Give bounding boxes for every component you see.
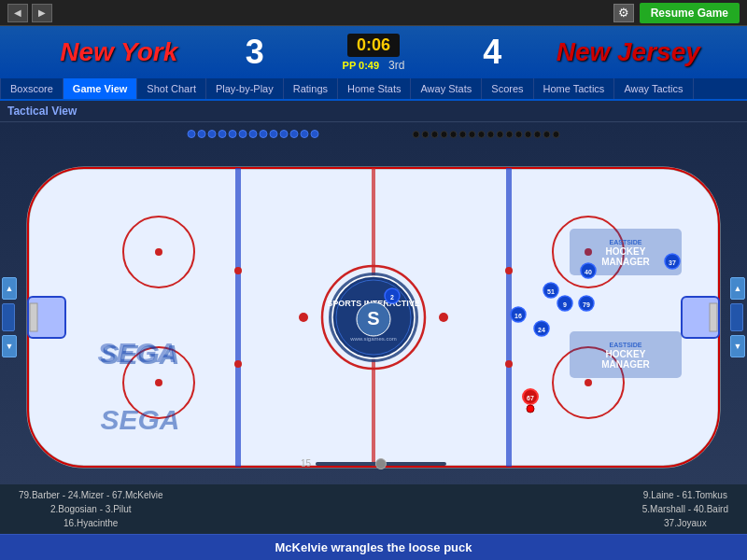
tab-home-tactics[interactable]: Home Tactics	[534, 78, 615, 99]
tab-scores[interactable]: Scores	[482, 78, 533, 99]
away-dot-8	[478, 131, 486, 138]
svg-text:79: 79	[583, 301, 590, 308]
away-dot-3	[431, 131, 439, 138]
status-bar: McKelvie wrangles the loose puck	[0, 534, 747, 560]
svg-point-24	[234, 267, 242, 274]
forward-button[interactable]: ▶	[32, 4, 52, 22]
svg-text:EASTSIDE: EASTSIDE	[609, 239, 641, 245]
away-player-list: 9.Laine - 61.Tomkus 5.Marshall - 40.Bair…	[642, 488, 728, 530]
away-dot-12	[515, 131, 523, 138]
svg-text:16: 16	[514, 313, 522, 319]
home-score: 3	[238, 33, 272, 72]
svg-text:40: 40	[585, 269, 592, 275]
away-dot-5	[450, 131, 458, 138]
nav-tabs: Boxscore Game View Shot Chart Play-by-Pl…	[0, 78, 747, 101]
back-button[interactable]: ◀	[7, 4, 28, 22]
tab-game-view[interactable]: Game View	[63, 78, 138, 99]
svg-rect-30	[30, 303, 37, 331]
tab-away-stats[interactable]: Away Stats	[411, 78, 482, 99]
home-dot-10	[280, 130, 289, 138]
home-dot-9	[270, 130, 278, 138]
period-label: 3rd	[388, 59, 404, 72]
svg-point-26	[505, 267, 513, 274]
home-line-3: 16.Hyacinthe	[19, 516, 163, 530]
away-dot-10	[497, 131, 504, 138]
away-dot-1	[413, 131, 420, 138]
away-dot-15	[543, 131, 551, 138]
tab-boxscore[interactable]: Boxscore	[0, 78, 63, 99]
slider-track[interactable]	[316, 462, 446, 466]
away-dots	[413, 131, 560, 138]
svg-text:www.sigames.com: www.sigames.com	[349, 336, 397, 342]
away-dot-13	[525, 131, 532, 138]
svg-point-22	[299, 313, 308, 322]
tactical-view-label: Tactical View	[0, 101, 747, 122]
slider-value: 15	[301, 458, 311, 469]
player-lists: 79.Barber - 24.Mizer - 67.McKelvie 2.Bog…	[0, 484, 747, 534]
tab-shot-chart[interactable]: Shot Chart	[137, 78, 206, 99]
rink-container: ▲ ▼ ▲ ▼	[0, 122, 747, 484]
tab-ratings[interactable]: Ratings	[284, 78, 338, 99]
svg-rect-31	[710, 303, 717, 331]
status-message: McKelvie wrangles the loose puck	[275, 540, 472, 554]
power-play-label: PP 0:49	[343, 60, 380, 71]
svg-text:51: 51	[547, 288, 555, 295]
left-up-button[interactable]: ▲	[2, 277, 17, 300]
away-dot-6	[459, 131, 467, 138]
away-line-1: 9.Laine - 61.Tomkus	[642, 488, 728, 502]
home-dot-8	[260, 130, 268, 138]
away-team-name: New Jersey	[509, 37, 747, 67]
away-dot-11	[506, 131, 514, 138]
left-down-button[interactable]: ▼	[2, 335, 17, 357]
game-clock: 0:06	[347, 34, 400, 57]
svg-text:67: 67	[527, 395, 534, 401]
home-dot-6	[239, 130, 247, 138]
home-dot-4	[218, 130, 227, 138]
rink: ▲ ▼ ▲ ▼	[19, 159, 728, 476]
svg-text:SEGA: SEGA	[97, 337, 176, 368]
svg-text:2: 2	[390, 294, 394, 301]
svg-point-27	[505, 360, 513, 368]
svg-point-61	[527, 405, 534, 413]
home-line-1: 79.Barber - 24.Mizer - 67.McKelvie	[19, 488, 163, 502]
right-indicator	[730, 303, 743, 331]
svg-text:9: 9	[563, 301, 567, 308]
rink-svg: SPORTS INTERACTIVE S www.sigames.com	[19, 159, 728, 476]
slider-handle[interactable]	[375, 458, 387, 469]
away-line-2: 5.Marshall - 40.Baird	[642, 502, 728, 516]
settings-icon[interactable]: ⚙	[613, 4, 634, 22]
svg-text:S: S	[367, 308, 379, 329]
svg-text:SEGA: SEGA	[100, 404, 179, 435]
home-dot-1	[188, 130, 196, 138]
svg-text:MANAGER: MANAGER	[601, 257, 650, 267]
tab-away-tactics[interactable]: Away Tactics	[614, 78, 693, 99]
away-dot-7	[469, 131, 476, 138]
left-side-controls: ▲ ▼	[2, 277, 17, 357]
svg-text:EASTSIDE: EASTSIDE	[609, 342, 641, 348]
home-team-area: New York	[0, 37, 238, 67]
home-dot-12	[301, 130, 309, 138]
tab-play-by-play[interactable]: Play-by-Play	[206, 78, 284, 99]
svg-text:37: 37	[669, 259, 676, 266]
svg-point-25	[234, 360, 242, 368]
tab-home-stats[interactable]: Home Stats	[338, 78, 411, 99]
left-indicator	[2, 303, 15, 331]
away-team-area: New Jersey	[509, 37, 747, 67]
main-content: Tactical View	[0, 101, 747, 560]
away-score: 4	[475, 33, 509, 72]
home-dot-2	[198, 130, 206, 138]
away-dot-2	[422, 131, 430, 138]
home-team-name: New York	[0, 37, 238, 67]
svg-text:24: 24	[538, 327, 545, 333]
right-up-button[interactable]: ▲	[730, 277, 745, 300]
away-dot-4	[441, 131, 448, 138]
home-dots	[188, 130, 319, 138]
away-dot-16	[553, 131, 560, 138]
home-player-list: 79.Barber - 24.Mizer - 67.McKelvie 2.Bog…	[19, 488, 163, 530]
home-dot-11	[290, 130, 299, 138]
svg-text:HOCKEY: HOCKEY	[606, 246, 646, 257]
home-line-2: 2.Bogosian - 3.Pilut	[19, 502, 163, 516]
away-dot-14	[534, 131, 542, 138]
resume-game-button[interactable]: Resume Game	[640, 3, 740, 23]
right-down-button[interactable]: ▼	[730, 335, 745, 357]
